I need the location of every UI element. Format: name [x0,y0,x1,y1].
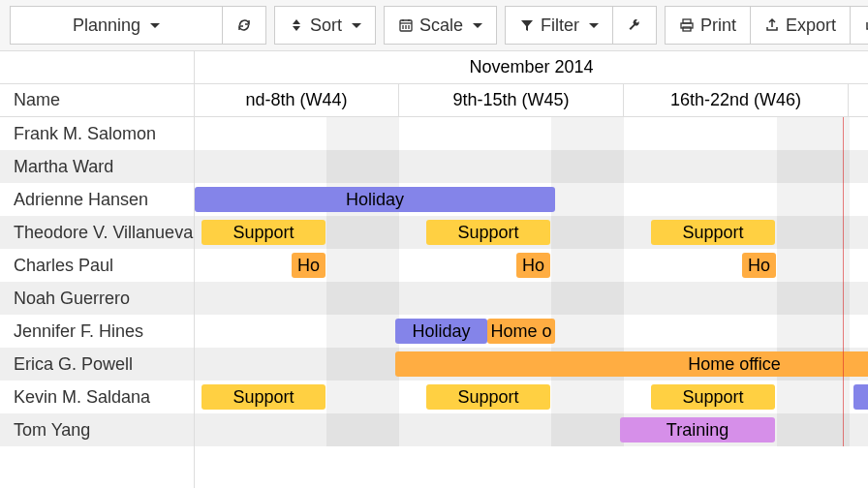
event-support[interactable]: Support [426,220,550,245]
event-homeoffice[interactable]: Ho [292,253,326,278]
weekend-stripe [777,183,850,216]
timeline-row[interactable]: HoHoHo [195,249,868,282]
month-label: November 2014 [195,51,868,83]
filter-label: Filter [541,15,579,36]
caret-down-icon [473,23,482,28]
person-row[interactable]: Adrienne Hansen [0,183,194,216]
week-header-cell[interactable]: nd-8th (W44) [195,84,399,116]
person-row[interactable]: Martha Ward [0,150,194,183]
sort-dropdown[interactable]: Sort [274,6,376,45]
settings-button[interactable] [613,6,657,45]
weekend-stripe [551,315,624,348]
weekend-stripe [551,282,624,315]
toolbar: Planning Sort Scale Filter [0,0,868,51]
event-homeoffice[interactable]: Ho [516,253,550,278]
weekend-stripe [551,216,624,249]
sort-label: Sort [310,15,342,36]
export-button[interactable]: Export [751,6,851,45]
weekend-stripe [777,216,850,249]
event-homeoffice[interactable]: Ho [742,253,776,278]
timeline: November 2014 nd-8th (W44)9th-15th (W45)… [195,51,868,488]
print-button[interactable]: Print [665,6,751,45]
weekend-stripe [551,249,624,282]
refresh-icon [236,17,252,33]
event-holiday[interactable]: Holiday [395,319,487,344]
wrench-icon [627,17,642,33]
weekend-stripe [326,413,399,446]
weekend-stripe [777,381,850,413]
scale-dropdown[interactable]: Scale [384,6,497,45]
caret-down-icon [150,23,160,28]
event-support[interactable]: Support [202,220,326,245]
timeline-row[interactable] [195,117,868,150]
person-name: Jennifer F. Hines [0,315,194,348]
timeline-row[interactable]: Training [195,413,868,446]
timeline-row[interactable]: SupportSupportSupport [195,381,868,413]
timeline-row[interactable]: Home office [195,348,868,381]
event-homeoffice[interactable]: Home office [395,351,868,377]
weekend-stripe [326,381,399,413]
person-name: Martha Ward [0,150,194,183]
event-training[interactable]: Training [620,417,775,442]
name-column: Name Frank M. SalomonMartha WardAdrienne… [0,51,195,488]
week-header-cell[interactable]: 9th-15th (W45) [399,84,624,116]
weekend-stripe [777,413,850,446]
weekend-stripe [777,249,850,282]
weekend-stripe [777,150,850,183]
gantt-grid: Name Frank M. SalomonMartha WardAdrienne… [0,51,868,488]
person-name: Adrienne Hansen [0,183,194,216]
weekend-stripe [551,183,624,216]
person-name: Erica G. Powell [0,348,194,381]
sort-icon [289,17,304,33]
timeline-body[interactable]: HolidaySupportSupportSupportHoHoHoHolida… [195,117,868,446]
event-support[interactable]: Support [426,384,550,410]
person-row[interactable]: Erica G. Powell [0,348,194,381]
planning-label: Planning [73,15,140,36]
name-header-label: Name [14,90,60,110]
timeline-row[interactable] [195,282,868,315]
export-icon [764,17,780,33]
person-row[interactable]: Frank M. Salomon [0,117,194,150]
weekend-stripe [551,150,624,183]
event-support[interactable]: Support [651,384,775,410]
person-row[interactable]: Tom Yang [0,413,194,446]
weekend-stripe [777,117,850,150]
person-row[interactable]: Jennifer F. Hines [0,315,194,348]
planning-dropdown[interactable]: Planning [10,6,223,45]
caret-down-icon [589,23,599,28]
calendar-icon [398,17,414,33]
person-name: Kevin M. Saldana [0,381,194,413]
timeline-row[interactable]: HolidayHome o [195,315,868,348]
filter-dropdown[interactable]: Filter [505,6,613,45]
name-column-header[interactable]: Name [0,84,194,117]
event-holiday[interactable]: Holiday [195,187,555,212]
share-button[interactable]: Share [851,6,868,45]
event-support[interactable]: Support [202,384,326,410]
timeline-row[interactable]: SupportSupportSupport [195,216,868,249]
timeline-row[interactable]: Holiday [195,183,868,216]
week-header-cell[interactable]: 16th-22nd (W46) [624,84,849,116]
person-row[interactable]: Theodore V. Villanueva [0,216,194,249]
scale-label: Scale [419,15,463,36]
weekend-stripe [326,117,399,150]
caret-down-icon [352,23,361,28]
weekend-stripe [326,348,399,381]
refresh-button[interactable] [223,6,266,45]
person-row[interactable]: Charles Paul [0,249,194,282]
timeline-row[interactable] [195,150,868,183]
event-homeoffice[interactable]: Home o [487,319,555,344]
name-column-header-top [0,51,194,84]
print-label: Print [700,15,736,36]
person-row[interactable]: Noah Guerrero [0,282,194,315]
weekend-stripe [777,282,850,315]
weekend-stripe [326,315,399,348]
weekend-stripe [777,315,850,348]
weekend-stripe [326,216,399,249]
filter-icon [519,17,535,33]
event-holiday[interactable] [853,384,868,410]
person-row[interactable]: Kevin M. Saldana [0,381,194,413]
share-icon [864,17,868,33]
person-name: Noah Guerrero [0,282,194,315]
event-support[interactable]: Support [651,220,775,245]
weekend-stripe [551,381,624,413]
